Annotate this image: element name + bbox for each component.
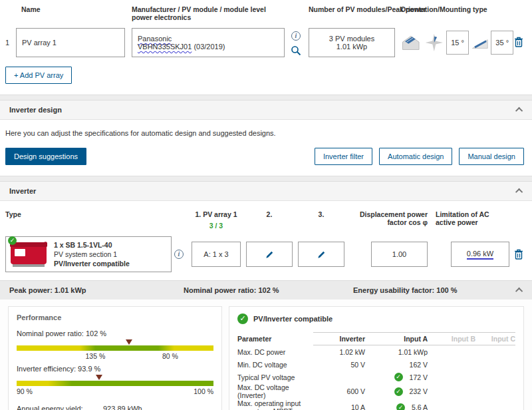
inverter-value: 1.02 kW: [313, 348, 365, 356]
performance-title: Performance: [17, 313, 213, 321]
design-buttons: Design suggestions Inverter filter Autom…: [5, 148, 524, 165]
column-header-manufacturer: Manufacturer / PV module / module level …: [132, 5, 285, 21]
param-label: Min. DC voltage: [237, 361, 313, 369]
input-a-value: 5.6 A: [412, 403, 428, 410]
nominal-ratio-label: Nominal power ratio: 102 %: [17, 329, 213, 337]
azimuth-value: 15 °: [451, 39, 464, 47]
delete-pv-array-button[interactable]: [513, 36, 527, 49]
check-icon: ✓: [237, 313, 248, 324]
modules-count: 3 PV modules: [329, 35, 374, 43]
summary-peak-power: Peak power: 1.01 kWp: [9, 286, 184, 294]
manual-design-button[interactable]: Manual design: [459, 148, 524, 165]
design-suggestions-button[interactable]: Design suggestions: [5, 148, 86, 165]
param-label: Max. DC power: [237, 348, 313, 356]
param-label: Max. operating input current per MPPT: [237, 399, 313, 410]
manufacturer-value: Panasonic: [138, 35, 279, 43]
cos-phi-value: 1.00: [392, 250, 406, 258]
input2-edit-box[interactable]: [246, 242, 293, 267]
add-row: + Add PV array: [5, 67, 527, 84]
input-a-cell: 162 V: [365, 361, 428, 369]
nominal-ratio-gauge: Nominal power ratio: 102 % 135 % 80 %: [17, 329, 213, 362]
pencil-icon: [317, 250, 327, 260]
module-tools: i: [289, 29, 303, 56]
column-header-array1: 1. PV array 1 3 / 3: [192, 210, 241, 230]
performance-panel: Performance Nominal power ratio: 102 % 1…: [8, 306, 222, 410]
pv-module-input[interactable]: Panasonic VBHN335SKJ01 (03/2019): [132, 28, 285, 57]
inverter-value: 50 V: [313, 361, 365, 369]
gauge-scale-labels: 135 % 80 %: [17, 352, 213, 362]
pv-array-name-input[interactable]: PV array 1: [16, 28, 125, 57]
gauge-scale-labels: 90 % 100 %: [17, 387, 213, 397]
module-value: VBHN335SKJ01 (03/2019): [138, 43, 279, 51]
array1-status: 3 / 3: [192, 222, 241, 230]
array1-assignment-box[interactable]: A: 1 x 3: [192, 242, 241, 267]
compatibility-panel: ✓ PV/Inverter compatible Parameter Inver…: [229, 306, 524, 410]
column-header-name: Name: [16, 5, 125, 13]
inverter-section-label: PV system section 1: [54, 250, 130, 259]
info-icon[interactable]: i: [291, 31, 301, 41]
inverter-image: ✓: [10, 239, 49, 270]
table-row: Typical PV voltage ✓172 V: [237, 371, 515, 383]
delete-inverter-button[interactable]: [509, 248, 527, 260]
param-label: Max. DC voltage (Inverter): [237, 383, 313, 399]
input-a-cell: ✓232 V: [365, 387, 428, 396]
column-header-orientation: Orientation/Mounting type: [400, 5, 513, 13]
table-row: Max. DC voltage (Inverter) 600 V ✓232 V: [237, 383, 515, 399]
modules-peak-power-box[interactable]: 3 PV modules 1.01 kWp: [309, 28, 395, 57]
efficiency-gauge: Inverter efficiency: 93.9 % 90 % 100 %: [17, 365, 213, 397]
pv-table-header: Name Manufacturer / PV module / module l…: [5, 5, 527, 21]
pv-array-section: Name Manufacturer / PV module / module l…: [0, 0, 532, 84]
stat-label: Annual energy yield:: [17, 405, 96, 410]
inverter-filter-button[interactable]: Inverter filter: [315, 148, 372, 165]
roof-tilt-icon: [471, 35, 489, 51]
check-icon: ✓: [394, 373, 403, 381]
table-row: Max. operating input current per MPPT 10…: [237, 399, 515, 410]
compat-table-header: Parameter Inverter Input A Input B Input…: [237, 332, 515, 345]
chevron-up-icon[interactable]: [515, 188, 523, 196]
summary-nominal-ratio: Nominal power ratio: 102 %: [184, 286, 353, 294]
row-index: 1: [5, 39, 16, 47]
input-a-cell: 1.01 kWp: [365, 348, 428, 356]
scale-label: 135 %: [86, 352, 106, 360]
pv-array-row: 1 PV array 1 Panasonic VBHN335SKJ01 (03/…: [5, 28, 527, 57]
column-header-3: 3.: [298, 210, 344, 218]
stat-value: 923.89 kWh: [103, 405, 142, 410]
param-label: Typical PV voltage: [237, 373, 313, 381]
section-divider: [0, 95, 532, 101]
col-input-b: Input B: [428, 332, 475, 345]
input3-edit-box[interactable]: [298, 242, 344, 267]
ac-limit-input[interactable]: 0.96 kW: [451, 242, 509, 267]
scale-label: 80 %: [162, 352, 178, 360]
inverter-title: Inverter: [9, 187, 36, 195]
inverter-type-cell[interactable]: ✓ 1 x SB 1.5-1VL-40 PV system section 1 …: [5, 236, 172, 272]
cos-phi-input[interactable]: 1.00: [371, 242, 428, 267]
azimuth-compass-icon: [424, 33, 444, 53]
col-input-a: Input A: [365, 332, 428, 345]
inverter-header[interactable]: Inverter: [0, 182, 532, 201]
inverter-model: 1 x SB 1.5-1VL-40: [54, 240, 130, 250]
input-a-cell: ✓5.6 A: [365, 403, 428, 410]
detail-panels: Performance Nominal power ratio: 102 % 1…: [0, 300, 532, 410]
info-icon[interactable]: i: [174, 250, 184, 259]
house-mounting-icon: [400, 33, 422, 52]
azimuth-input[interactable]: 15 °: [446, 31, 469, 55]
inverter-info: 1 x SB 1.5-1VL-40 PV system section 1 PV…: [54, 240, 130, 269]
automatic-design-button[interactable]: Automatic design: [379, 148, 452, 165]
inverter-design-header[interactable]: Inverter design: [0, 101, 532, 120]
add-pv-array-button[interactable]: + Add PV array: [5, 67, 72, 84]
table-row: Max. DC power 1.02 kW 1.01 kWp: [237, 345, 515, 358]
trash-icon: [513, 248, 524, 260]
performance-stats: Annual energy yield: 923.89 kWh Spec. en…: [17, 403, 213, 410]
chevron-up-icon[interactable]: [515, 107, 523, 114]
inverter-summary-bar: Peak power: 1.01 kWp Nominal power ratio…: [0, 280, 532, 300]
input-a-cell: ✓172 V: [365, 373, 428, 381]
col-input-c: Input C: [475, 332, 515, 345]
input-a-value: 1.01 kWp: [398, 348, 428, 356]
inverter-info-cell: i: [172, 250, 186, 259]
scale-label: 100 %: [194, 387, 213, 397]
input-a-value: 232 V: [410, 387, 428, 395]
search-icon[interactable]: [291, 45, 301, 56]
input-a-value: 172 V: [410, 373, 428, 381]
inverter-value: 600 V: [313, 387, 365, 395]
tilt-input[interactable]: 35 °: [491, 31, 513, 55]
